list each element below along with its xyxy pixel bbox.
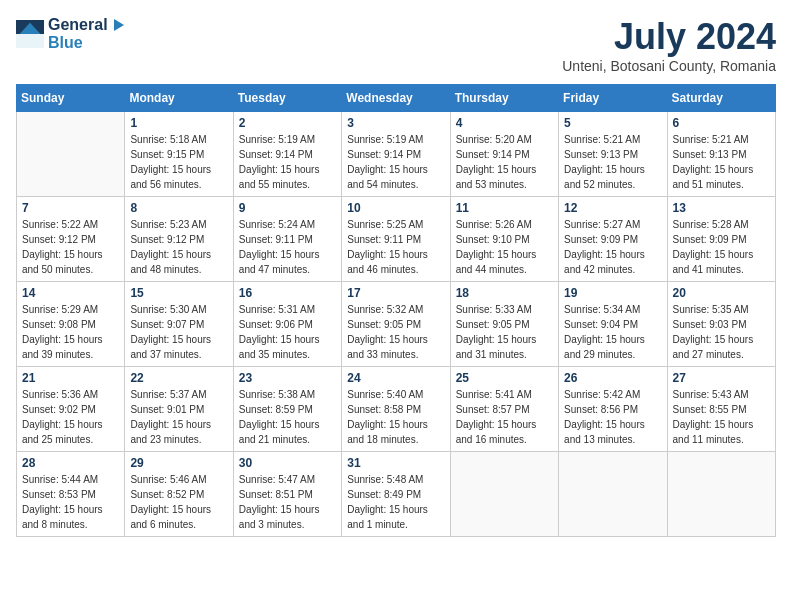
calendar-cell: 17 Sunrise: 5:32 AMSunset: 9:05 PMDaylig… bbox=[342, 282, 450, 367]
day-info: Sunrise: 5:24 AMSunset: 9:11 PMDaylight:… bbox=[239, 217, 336, 277]
day-number: 24 bbox=[347, 371, 444, 385]
day-info: Sunrise: 5:27 AMSunset: 9:09 PMDaylight:… bbox=[564, 217, 661, 277]
logo-blue-text: Blue bbox=[48, 34, 83, 51]
calendar-cell: 22 Sunrise: 5:37 AMSunset: 9:01 PMDaylig… bbox=[125, 367, 233, 452]
day-number: 2 bbox=[239, 116, 336, 130]
day-number: 29 bbox=[130, 456, 227, 470]
weekday-header-tuesday: Tuesday bbox=[233, 85, 341, 112]
calendar-cell: 23 Sunrise: 5:38 AMSunset: 8:59 PMDaylig… bbox=[233, 367, 341, 452]
calendar-cell: 28 Sunrise: 5:44 AMSunset: 8:53 PMDaylig… bbox=[17, 452, 125, 537]
day-number: 18 bbox=[456, 286, 553, 300]
day-info: Sunrise: 5:21 AMSunset: 9:13 PMDaylight:… bbox=[564, 132, 661, 192]
calendar-cell: 13 Sunrise: 5:28 AMSunset: 9:09 PMDaylig… bbox=[667, 197, 775, 282]
day-info: Sunrise: 5:48 AMSunset: 8:49 PMDaylight:… bbox=[347, 472, 444, 532]
title-area: July 2024 Unteni, Botosani County, Roman… bbox=[562, 16, 776, 74]
day-number: 13 bbox=[673, 201, 770, 215]
day-info: Sunrise: 5:25 AMSunset: 9:11 PMDaylight:… bbox=[347, 217, 444, 277]
day-number: 14 bbox=[22, 286, 119, 300]
calendar-week-row: 28 Sunrise: 5:44 AMSunset: 8:53 PMDaylig… bbox=[17, 452, 776, 537]
day-number: 7 bbox=[22, 201, 119, 215]
day-info: Sunrise: 5:20 AMSunset: 9:14 PMDaylight:… bbox=[456, 132, 553, 192]
day-number: 27 bbox=[673, 371, 770, 385]
day-info: Sunrise: 5:28 AMSunset: 9:09 PMDaylight:… bbox=[673, 217, 770, 277]
logo-triangle-icon bbox=[110, 17, 126, 33]
day-info: Sunrise: 5:30 AMSunset: 9:07 PMDaylight:… bbox=[130, 302, 227, 362]
day-info: Sunrise: 5:34 AMSunset: 9:04 PMDaylight:… bbox=[564, 302, 661, 362]
logo-icon bbox=[16, 20, 44, 48]
page-header: General Blue July 2024 Unteni, Botosani … bbox=[16, 16, 776, 74]
day-number: 11 bbox=[456, 201, 553, 215]
calendar-cell: 10 Sunrise: 5:25 AMSunset: 9:11 PMDaylig… bbox=[342, 197, 450, 282]
calendar-week-row: 1 Sunrise: 5:18 AMSunset: 9:15 PMDayligh… bbox=[17, 112, 776, 197]
day-number: 6 bbox=[673, 116, 770, 130]
day-number: 19 bbox=[564, 286, 661, 300]
day-info: Sunrise: 5:33 AMSunset: 9:05 PMDaylight:… bbox=[456, 302, 553, 362]
day-number: 16 bbox=[239, 286, 336, 300]
month-title: July 2024 bbox=[562, 16, 776, 58]
calendar-cell: 5 Sunrise: 5:21 AMSunset: 9:13 PMDayligh… bbox=[559, 112, 667, 197]
calendar-week-row: 7 Sunrise: 5:22 AMSunset: 9:12 PMDayligh… bbox=[17, 197, 776, 282]
calendar-cell: 2 Sunrise: 5:19 AMSunset: 9:14 PMDayligh… bbox=[233, 112, 341, 197]
calendar-cell bbox=[559, 452, 667, 537]
calendar-week-row: 14 Sunrise: 5:29 AMSunset: 9:08 PMDaylig… bbox=[17, 282, 776, 367]
calendar-cell: 30 Sunrise: 5:47 AMSunset: 8:51 PMDaylig… bbox=[233, 452, 341, 537]
calendar-cell: 18 Sunrise: 5:33 AMSunset: 9:05 PMDaylig… bbox=[450, 282, 558, 367]
weekday-header-saturday: Saturday bbox=[667, 85, 775, 112]
day-info: Sunrise: 5:22 AMSunset: 9:12 PMDaylight:… bbox=[22, 217, 119, 277]
day-info: Sunrise: 5:21 AMSunset: 9:13 PMDaylight:… bbox=[673, 132, 770, 192]
calendar-cell: 31 Sunrise: 5:48 AMSunset: 8:49 PMDaylig… bbox=[342, 452, 450, 537]
calendar-cell: 14 Sunrise: 5:29 AMSunset: 9:08 PMDaylig… bbox=[17, 282, 125, 367]
day-number: 3 bbox=[347, 116, 444, 130]
calendar-cell: 11 Sunrise: 5:26 AMSunset: 9:10 PMDaylig… bbox=[450, 197, 558, 282]
calendar-cell: 26 Sunrise: 5:42 AMSunset: 8:56 PMDaylig… bbox=[559, 367, 667, 452]
weekday-header-thursday: Thursday bbox=[450, 85, 558, 112]
day-number: 10 bbox=[347, 201, 444, 215]
day-number: 30 bbox=[239, 456, 336, 470]
svg-rect-2 bbox=[16, 34, 44, 48]
logo-text: General Blue bbox=[48, 16, 126, 51]
day-info: Sunrise: 5:29 AMSunset: 9:08 PMDaylight:… bbox=[22, 302, 119, 362]
calendar-cell: 27 Sunrise: 5:43 AMSunset: 8:55 PMDaylig… bbox=[667, 367, 775, 452]
calendar-cell: 21 Sunrise: 5:36 AMSunset: 9:02 PMDaylig… bbox=[17, 367, 125, 452]
calendar-cell: 16 Sunrise: 5:31 AMSunset: 9:06 PMDaylig… bbox=[233, 282, 341, 367]
weekday-header-monday: Monday bbox=[125, 85, 233, 112]
day-info: Sunrise: 5:26 AMSunset: 9:10 PMDaylight:… bbox=[456, 217, 553, 277]
weekday-header-row: SundayMondayTuesdayWednesdayThursdayFrid… bbox=[17, 85, 776, 112]
day-info: Sunrise: 5:35 AMSunset: 9:03 PMDaylight:… bbox=[673, 302, 770, 362]
calendar-cell: 9 Sunrise: 5:24 AMSunset: 9:11 PMDayligh… bbox=[233, 197, 341, 282]
calendar-week-row: 21 Sunrise: 5:36 AMSunset: 9:02 PMDaylig… bbox=[17, 367, 776, 452]
day-info: Sunrise: 5:44 AMSunset: 8:53 PMDaylight:… bbox=[22, 472, 119, 532]
day-info: Sunrise: 5:23 AMSunset: 9:12 PMDaylight:… bbox=[130, 217, 227, 277]
day-info: Sunrise: 5:36 AMSunset: 9:02 PMDaylight:… bbox=[22, 387, 119, 447]
calendar-table: SundayMondayTuesdayWednesdayThursdayFrid… bbox=[16, 84, 776, 537]
calendar-cell: 25 Sunrise: 5:41 AMSunset: 8:57 PMDaylig… bbox=[450, 367, 558, 452]
calendar-cell: 6 Sunrise: 5:21 AMSunset: 9:13 PMDayligh… bbox=[667, 112, 775, 197]
day-number: 15 bbox=[130, 286, 227, 300]
day-number: 4 bbox=[456, 116, 553, 130]
day-number: 22 bbox=[130, 371, 227, 385]
day-number: 12 bbox=[564, 201, 661, 215]
day-number: 5 bbox=[564, 116, 661, 130]
logo: General Blue bbox=[16, 16, 126, 51]
day-info: Sunrise: 5:41 AMSunset: 8:57 PMDaylight:… bbox=[456, 387, 553, 447]
day-info: Sunrise: 5:31 AMSunset: 9:06 PMDaylight:… bbox=[239, 302, 336, 362]
day-number: 21 bbox=[22, 371, 119, 385]
day-number: 28 bbox=[22, 456, 119, 470]
day-info: Sunrise: 5:37 AMSunset: 9:01 PMDaylight:… bbox=[130, 387, 227, 447]
day-number: 9 bbox=[239, 201, 336, 215]
calendar-cell: 1 Sunrise: 5:18 AMSunset: 9:15 PMDayligh… bbox=[125, 112, 233, 197]
calendar-cell: 7 Sunrise: 5:22 AMSunset: 9:12 PMDayligh… bbox=[17, 197, 125, 282]
calendar-cell: 3 Sunrise: 5:19 AMSunset: 9:14 PMDayligh… bbox=[342, 112, 450, 197]
calendar-cell: 12 Sunrise: 5:27 AMSunset: 9:09 PMDaylig… bbox=[559, 197, 667, 282]
calendar-cell: 8 Sunrise: 5:23 AMSunset: 9:12 PMDayligh… bbox=[125, 197, 233, 282]
calendar-cell bbox=[667, 452, 775, 537]
day-info: Sunrise: 5:19 AMSunset: 9:14 PMDaylight:… bbox=[239, 132, 336, 192]
calendar-cell bbox=[450, 452, 558, 537]
svg-marker-3 bbox=[114, 19, 124, 31]
day-info: Sunrise: 5:32 AMSunset: 9:05 PMDaylight:… bbox=[347, 302, 444, 362]
day-number: 8 bbox=[130, 201, 227, 215]
day-info: Sunrise: 5:18 AMSunset: 9:15 PMDaylight:… bbox=[130, 132, 227, 192]
day-number: 26 bbox=[564, 371, 661, 385]
calendar-cell: 19 Sunrise: 5:34 AMSunset: 9:04 PMDaylig… bbox=[559, 282, 667, 367]
day-number: 23 bbox=[239, 371, 336, 385]
